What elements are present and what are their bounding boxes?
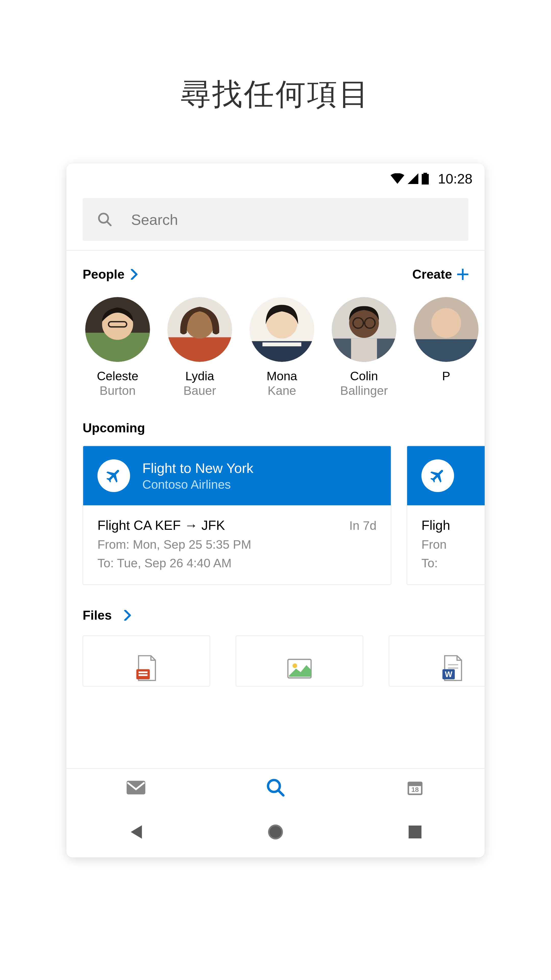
avatar bbox=[414, 297, 478, 362]
person-partial[interactable]: P bbox=[411, 297, 481, 398]
search-icon bbox=[97, 212, 113, 228]
search-input[interactable]: Search bbox=[83, 198, 468, 241]
people-label: People bbox=[83, 267, 124, 282]
event-route: Flight CA KEF → JFK bbox=[97, 517, 225, 533]
avatar bbox=[249, 297, 314, 362]
plus-icon bbox=[457, 269, 468, 280]
svg-rect-13 bbox=[167, 337, 232, 362]
circle-home-icon bbox=[267, 823, 284, 841]
event-from: Fron bbox=[421, 538, 485, 552]
powerpoint-icon bbox=[135, 655, 158, 682]
person-first-name: Colin bbox=[350, 369, 378, 383]
svg-rect-49 bbox=[408, 826, 421, 838]
chevron-right-icon bbox=[130, 269, 138, 280]
file-card-word[interactable]: W bbox=[389, 635, 485, 687]
event-from: From: Mon, Sep 25 5:35 PM bbox=[97, 538, 376, 552]
person-celeste[interactable]: Celeste Burton bbox=[83, 297, 152, 398]
nav-recent[interactable] bbox=[345, 825, 485, 839]
status-bar: 10:28 bbox=[66, 163, 485, 194]
svg-line-43 bbox=[279, 791, 283, 795]
triangle-back-icon bbox=[128, 824, 144, 840]
status-time: 10:28 bbox=[438, 171, 472, 186]
signal-icon bbox=[407, 173, 419, 184]
file-card-powerpoint[interactable] bbox=[83, 635, 210, 687]
calendar-icon: 18 bbox=[406, 779, 424, 797]
svg-line-3 bbox=[107, 221, 111, 226]
person-last-name: Burton bbox=[100, 383, 135, 398]
create-button[interactable]: Create bbox=[412, 267, 468, 282]
search-placeholder: Search bbox=[131, 211, 178, 228]
mail-icon bbox=[126, 780, 146, 795]
event-header: Flight to New York Contoso Airlines bbox=[83, 446, 391, 505]
person-mona[interactable]: Mona Kane bbox=[247, 297, 317, 398]
word-icon: W bbox=[441, 655, 464, 682]
files-label: Files bbox=[83, 608, 112, 623]
svg-rect-18 bbox=[262, 342, 301, 346]
upcoming-cards: Flight to New York Contoso Airlines Flig… bbox=[66, 445, 485, 585]
event-card[interactable]: Fligh Fron To: bbox=[407, 445, 485, 585]
person-first-name: Lydia bbox=[186, 369, 214, 383]
svg-point-36 bbox=[292, 663, 297, 668]
chevron-right-icon bbox=[124, 610, 132, 620]
tab-mail[interactable] bbox=[66, 769, 206, 807]
android-nav-bar bbox=[66, 807, 485, 858]
svg-rect-34 bbox=[138, 674, 148, 676]
svg-point-48 bbox=[270, 826, 282, 838]
person-lydia[interactable]: Lydia Bauer bbox=[165, 297, 235, 398]
event-subtitle: Contoso Airlines bbox=[142, 477, 253, 492]
tab-calendar[interactable]: 18 bbox=[345, 769, 485, 807]
people-row: Celeste Burton Lydia Bauer Mona Kane bbox=[66, 292, 485, 398]
avatar bbox=[167, 297, 232, 362]
square-recent-icon bbox=[408, 825, 422, 839]
bottom-tab-bar: 18 bbox=[66, 768, 485, 807]
avatar bbox=[332, 297, 396, 362]
person-first-name: Mona bbox=[267, 369, 297, 383]
file-card-image[interactable] bbox=[236, 635, 363, 687]
wifi-icon bbox=[391, 173, 404, 184]
search-icon bbox=[266, 778, 285, 797]
page-headline: 尋找任何項目 bbox=[0, 0, 551, 115]
svg-rect-33 bbox=[138, 671, 148, 673]
svg-text:18: 18 bbox=[411, 786, 419, 794]
event-body: Fligh Fron To: bbox=[407, 505, 485, 584]
person-first-name: P bbox=[442, 369, 450, 383]
avatar bbox=[85, 297, 150, 362]
svg-rect-23 bbox=[351, 339, 377, 362]
airplane-icon bbox=[97, 460, 130, 492]
nav-home[interactable] bbox=[206, 823, 345, 841]
person-colin[interactable]: Colin Ballinger bbox=[329, 297, 399, 398]
event-route: Fligh bbox=[421, 517, 450, 533]
person-last-name: Kane bbox=[268, 383, 296, 398]
svg-rect-41 bbox=[127, 781, 145, 794]
svg-text:W: W bbox=[445, 670, 453, 679]
image-icon bbox=[287, 658, 312, 679]
person-first-name: Celeste bbox=[97, 369, 138, 383]
airplane-icon bbox=[421, 460, 454, 492]
nav-back[interactable] bbox=[66, 824, 206, 840]
people-section-button[interactable]: People bbox=[83, 267, 138, 282]
phone-frame: 10:28 Search People Create C bbox=[66, 163, 485, 858]
svg-rect-30 bbox=[414, 339, 478, 362]
status-icons bbox=[391, 173, 429, 185]
battery-icon bbox=[422, 173, 429, 185]
tab-search[interactable] bbox=[206, 769, 345, 807]
files-section-button[interactable]: Files bbox=[66, 585, 485, 635]
event-card[interactable]: Flight to New York Contoso Airlines Flig… bbox=[83, 445, 391, 585]
create-label: Create bbox=[412, 267, 452, 282]
person-last-name: Ballinger bbox=[340, 383, 388, 398]
upcoming-label: Upcoming bbox=[66, 398, 485, 445]
event-header bbox=[407, 446, 485, 505]
person-last-name: Bauer bbox=[183, 383, 216, 398]
event-eta: In 7d bbox=[349, 519, 376, 533]
svg-rect-0 bbox=[422, 174, 429, 185]
event-title: Flight to New York bbox=[142, 460, 253, 476]
files-row: W bbox=[66, 635, 485, 687]
event-body: Flight CA KEF → JFK In 7d From: Mon, Sep… bbox=[83, 505, 391, 584]
svg-point-31 bbox=[431, 308, 461, 338]
svg-rect-1 bbox=[424, 173, 427, 175]
event-to: To: Tue, Sep 26 4:40 AM bbox=[97, 556, 376, 570]
event-to: To: bbox=[421, 556, 485, 570]
